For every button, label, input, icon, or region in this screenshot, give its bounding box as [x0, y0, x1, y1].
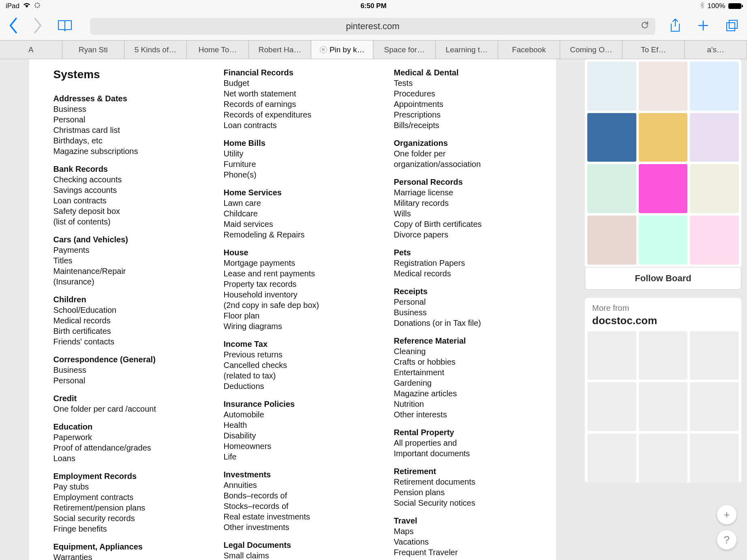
related-thumb[interactable]: [587, 62, 636, 111]
browser-tab[interactable]: Home To…: [187, 41, 249, 59]
tabs-icon[interactable]: [725, 19, 739, 34]
browser-tab[interactable]: To Ef…: [623, 41, 685, 59]
category-item: Christmas card list: [54, 125, 191, 135]
svg-line-5: [39, 6, 39, 7]
more-thumb[interactable]: [587, 434, 636, 483]
category-item: Magazine subscriptions: [54, 146, 191, 156]
related-thumb[interactable]: [587, 164, 636, 213]
tab-label: 5 Kinds of…: [135, 45, 177, 54]
follow-board-button[interactable]: Follow Board: [585, 267, 741, 290]
category-group: Employment RecordsPay stubsEmployment co…: [54, 471, 191, 534]
category-item: Birth certificates: [54, 326, 191, 336]
bookmarks-icon[interactable]: [57, 19, 73, 34]
category-group: Rental PropertyAll properties andImporta…: [394, 427, 532, 459]
category-item: (Insurance): [54, 276, 191, 287]
category-item: Mortgage payments: [224, 258, 362, 268]
svg-line-4: [35, 3, 36, 4]
more-thumb[interactable]: [639, 331, 688, 380]
category-item: Property tax records: [224, 279, 362, 289]
related-thumb[interactable]: [690, 164, 739, 213]
category-group: Addresses & DatesBusinessPersonalChristm…: [54, 93, 191, 156]
browser-tab[interactable]: Facebook: [498, 41, 561, 59]
related-thumb[interactable]: [639, 164, 688, 213]
category-item: Magazine articles: [394, 388, 532, 399]
clock: 6:50 PM: [251, 2, 496, 10]
new-tab-icon[interactable]: [697, 19, 710, 34]
help-fab[interactable]: ?: [717, 530, 736, 549]
category-item: Maid services: [224, 219, 362, 229]
category-title: Pets: [394, 247, 532, 258]
category-item: Records of earnings: [224, 99, 362, 109]
browser-tab[interactable]: a's…: [685, 41, 747, 59]
browser-tab[interactable]: ✕Pin by k…: [311, 41, 374, 59]
category-title: Credit: [54, 393, 191, 404]
browser-tab[interactable]: Space for…: [373, 41, 436, 59]
browser-tab[interactable]: Learning t…: [436, 41, 498, 59]
category-title: House: [224, 247, 362, 258]
category-item: Friends' contacts: [54, 336, 191, 347]
share-icon[interactable]: [669, 18, 681, 34]
related-thumb[interactable]: [587, 216, 636, 265]
category-item: Medical records: [54, 315, 191, 326]
related-thumb[interactable]: [639, 113, 688, 162]
category-item: Records of expenditures: [224, 109, 362, 120]
browser-tab[interactable]: Coming O…: [560, 41, 623, 59]
forward-button[interactable]: [32, 17, 43, 35]
more-thumb[interactable]: [639, 434, 688, 483]
svg-line-6: [35, 6, 36, 7]
category-item: Retirement/pension plans: [54, 502, 191, 513]
category-item: Cleaning: [394, 346, 532, 357]
pin-image[interactable]: Systems Addresses & DatesBusinessPersona…: [29, 59, 556, 560]
url-text: pinterest.com: [346, 21, 399, 32]
category-item: Appointments: [394, 99, 532, 109]
category-group: Home BillsUtilityFurniturePhone(s): [224, 138, 362, 180]
category-item: Stocks–records of: [224, 501, 362, 511]
browser-tab[interactable]: 5 Kinds of…: [124, 41, 187, 59]
category-title: Financial Records: [224, 67, 362, 78]
url-bar[interactable]: pinterest.com: [90, 18, 655, 35]
category-item: Warranties: [54, 552, 191, 560]
tab-label: Facebook: [512, 45, 546, 54]
battery-icon: [728, 3, 741, 9]
category-item: Birthdays, etc: [54, 135, 191, 146]
category-title: Reference Material: [394, 336, 532, 346]
category-title: Correspondence (General): [54, 354, 191, 365]
category-item: Proof of attendance/grades: [54, 442, 191, 453]
related-thumb[interactable]: [639, 216, 688, 265]
browser-tab[interactable]: Ryan Sti: [62, 41, 125, 59]
category-group: ChildrenSchool/EducationMedical recordsB…: [54, 294, 191, 347]
related-thumb[interactable]: [690, 216, 739, 265]
reload-icon[interactable]: [640, 20, 650, 32]
browser-tab[interactable]: A: [0, 41, 62, 59]
browser-tab[interactable]: Robert Ha…: [249, 41, 311, 59]
category-title: Organizations: [394, 138, 532, 148]
more-thumb[interactable]: [690, 382, 739, 431]
related-thumb-grid: [585, 59, 741, 267]
close-icon[interactable]: ✕: [320, 46, 327, 53]
browser-toolbar: pinterest.com: [0, 12, 747, 41]
category-item: Deductions: [224, 381, 362, 391]
related-thumb[interactable]: [587, 113, 636, 162]
add-fab[interactable]: +: [717, 505, 736, 524]
more-thumb[interactable]: [587, 382, 636, 431]
category-group: Correspondence (General)BusinessPersonal: [54, 354, 191, 386]
related-thumb[interactable]: [690, 113, 739, 162]
related-thumb[interactable]: [639, 62, 688, 111]
category-item: Marriage license: [394, 187, 532, 198]
tab-label: Coming O…: [570, 45, 612, 54]
more-thumb[interactable]: [639, 382, 688, 431]
category-item: Divorce papers: [394, 229, 532, 240]
category-group: CreditOne folder per card /account: [54, 393, 191, 414]
category-title: Personal Records: [394, 177, 532, 187]
more-from-domain[interactable]: docstoc.com: [585, 314, 741, 331]
more-thumb[interactable]: [690, 331, 739, 380]
category-title: Children: [54, 294, 191, 305]
category-item: Medical records: [394, 268, 532, 279]
category-item: Remodeling & Repairs: [224, 229, 362, 240]
more-thumb[interactable]: [587, 331, 636, 380]
related-thumb[interactable]: [690, 62, 739, 111]
category-group: HouseMortgage paymentsLease and rent pay…: [224, 247, 362, 331]
back-button[interactable]: [8, 17, 19, 35]
more-thumb[interactable]: [690, 434, 739, 483]
more-from-label: More from: [585, 298, 741, 314]
